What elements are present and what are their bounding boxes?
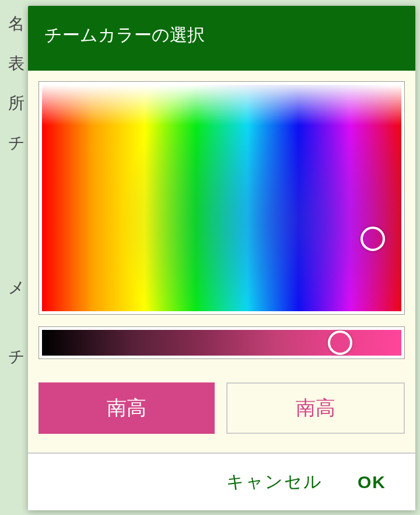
hue-saturation-picker[interactable] xyxy=(42,85,401,311)
dialog-body: 南高 南高 xyxy=(28,71,415,453)
lightness-slider-frame xyxy=(38,326,405,359)
swatch-label: 南高 xyxy=(107,395,146,422)
lightness-slider[interactable] xyxy=(42,330,401,356)
preview-swatch-filled[interactable]: 南高 xyxy=(38,382,215,434)
preview-row: 南高 南高 xyxy=(38,382,405,434)
lightness-cursor[interactable] xyxy=(328,330,352,355)
dialog-footer: キャンセル OK xyxy=(28,453,415,510)
swatch-label: 南高 xyxy=(296,395,335,422)
hue-saturation-picker-frame xyxy=(38,81,405,315)
preview-swatch-outlined[interactable]: 南高 xyxy=(226,382,405,434)
cancel-button[interactable]: キャンセル xyxy=(226,470,323,494)
color-picker-dialog: チームカラーの選択 南高 南高 キャンセル OK xyxy=(28,6,415,510)
dialog-title: チームカラーの選択 xyxy=(44,25,205,44)
ok-button[interactable]: OK xyxy=(358,472,386,492)
dialog-header: チームカラーの選択 xyxy=(28,6,415,71)
color-cursor[interactable] xyxy=(360,227,385,251)
